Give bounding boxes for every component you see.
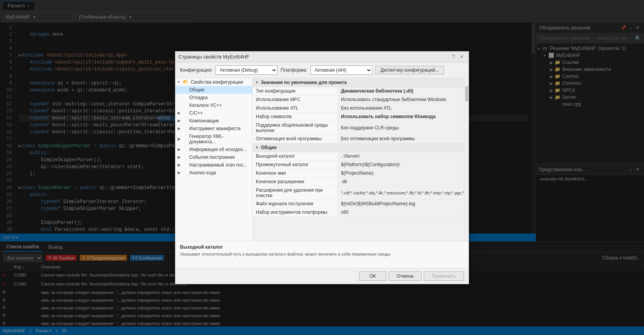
modal-config-toolbar: Конфигурация: Активная (Debug) Платформа… <box>175 62 469 78</box>
props-row-outdir: Выходной каталог ..\Server\ <box>253 152 464 161</box>
modal-scrollbar-thumb[interactable] <box>465 86 468 101</box>
props-section-defaults: ▾ Значения по умолчанию для проекта <box>253 78 464 87</box>
props-val: *.cdf;*.cache;*.obj;*.ilk;*.resources;*.… <box>338 186 464 199</box>
props-row-build-log: Файл журнала построения $(IntDir)$(MSBui… <box>253 200 464 208</box>
tree-arrow: ▶ <box>178 119 182 123</box>
modal-tree-build-events[interactable]: ▶ События построения <box>175 153 252 161</box>
props-val: v80 <box>338 208 464 216</box>
props-key: Оптимизация всей программы <box>253 135 338 143</box>
modal-tree-debug[interactable]: ▶ Отладка <box>175 94 252 101</box>
props-key: Конечное имя <box>253 169 338 177</box>
props-val: Использовать набор символов Юникода <box>338 113 464 121</box>
modal-tree-source-info[interactable]: ▶ Информация об исходно... <box>175 146 252 153</box>
modal-footer: ОК Отмена Применить <box>175 268 469 284</box>
desc-text: Указывает относительный путь к выходному… <box>180 251 464 257</box>
props-section-general: ▾ Общие <box>253 143 464 152</box>
props-val: .dll <box>338 178 464 186</box>
tree-arrow: ▶ <box>178 126 182 131</box>
props-key: Использование MFC <box>253 96 338 104</box>
ide-container: Parser.h × MyExt64HF ▾ (Глобальная облас… <box>0 0 644 335</box>
tree-arrow: ▶ <box>178 163 182 167</box>
modal-dialog: Страницы свойств MyExt64HF ? × Конфигура… <box>175 51 469 284</box>
props-val: Без поддержки CLR-среды <box>338 121 464 134</box>
tree-arrow: ▶ <box>178 155 182 159</box>
modal-tree-label: Каталоги VC++ <box>189 103 222 108</box>
modal-title: Страницы свойств MyExt64HF <box>178 54 452 60</box>
section-title: Значения по умолчанию для проекта <box>261 80 347 85</box>
props-row-platform-toolset: Набор инструментов платформы v80 <box>253 208 464 217</box>
modal-tree-custom-step[interactable]: ▶ Настраиваемый этап пос... <box>175 161 252 169</box>
tree-arrow: ▶ <box>178 111 182 115</box>
props-key: Файл журнала построения <box>253 200 338 208</box>
props-row-config-type: Тип конфигурации Динамическая библиотека… <box>253 87 464 96</box>
modal-tree-vc-dirs[interactable]: ▶ Каталоги VC++ <box>175 101 252 109</box>
section-expand-icon[interactable]: ▾ <box>256 145 258 149</box>
props-val: ..\Server\ <box>338 152 464 160</box>
tree-expand-icon: ▾ <box>178 80 182 84</box>
props-key: Использование ATL <box>253 104 338 112</box>
props-row-charset: Набор символов Использовать набор символ… <box>253 113 464 121</box>
props-val: $(IntDir)$(MSBuildProjectName).log <box>338 200 464 208</box>
props-row-target-ext: Конечное расширение .dll <box>253 178 464 186</box>
modal-tree-label: Анализ кода <box>189 170 216 175</box>
props-val: Без использования ATL <box>338 104 464 112</box>
props-row-intdir: Промежуточный каталог $(Platform)\$(Conf… <box>253 161 464 169</box>
folder-open-icon: 📂 <box>183 79 189 84</box>
props-key: Расширения для удаления при очистке <box>253 186 338 199</box>
props-val: Без оптимизации всей программы <box>338 135 464 143</box>
platform-label: Платформа: <box>281 67 307 73</box>
modal-tree-label: Общие <box>189 87 204 93</box>
modal-tree-label: Компоновщик <box>189 118 219 124</box>
tree-arrow: ▶ <box>178 170 182 175</box>
modal-tree-label: Отладка <box>189 95 207 100</box>
modal-props-panel: ▾ Значения по умолчанию для проекта Тип … <box>253 78 464 241</box>
props-row-mfc: Использование MFC Использовать стандартн… <box>253 96 464 104</box>
modal-tree-xml-gen[interactable]: ▶ Генератор XML-документа... <box>175 132 252 146</box>
section-expand-icon[interactable]: ▾ <box>256 80 258 84</box>
tree-arrow: ▶ <box>178 137 182 141</box>
modal-tree-label: Генератор XML-документа... <box>189 134 250 144</box>
props-row-target-name: Конечное имя $(ProjectName) <box>253 169 464 178</box>
config-label: Конфигурация: <box>180 67 212 73</box>
props-key: Тип конфигурации <box>253 87 338 95</box>
modal-help-icon[interactable]: ? <box>452 54 455 59</box>
modal-close-button[interactable]: × <box>458 53 466 60</box>
props-key: Конечное расширение <box>253 178 338 186</box>
dispatcher-button[interactable]: Диспетчер конфигураций... <box>375 66 444 74</box>
modal-overlay: Страницы свойств MyExt64HF ? × Конфигура… <box>0 0 644 335</box>
modal-tree-label: События построения <box>189 155 235 160</box>
modal-tree-label: Настраиваемый этап пос... <box>189 162 247 168</box>
modal-tree-analysis[interactable]: ▶ Анализ кода <box>175 169 252 177</box>
props-row-atl: Использование ATL Без использования ATL <box>253 104 464 113</box>
props-val: Динамическая библиотека (.dll) <box>338 87 464 95</box>
modal-tree-config-props[interactable]: ▾ 📂 Свойства конфигурации <box>175 78 252 86</box>
modal-scrollbar[interactable] <box>464 78 469 241</box>
props-val: $(Platform)\$(Configuration)\ <box>338 161 464 169</box>
apply-button[interactable]: Применить <box>424 271 464 281</box>
tree-arrow: ▶ <box>178 147 182 151</box>
ok-button[interactable]: ОК <box>359 271 386 281</box>
props-row-clr: Поддержка общеязыковой среды выполне Без… <box>253 121 464 135</box>
modal-tree-cpp[interactable]: ▶ C/C++ <box>175 109 252 117</box>
props-row-optimization: Оптимизация всей программы Без оптимизац… <box>253 135 464 143</box>
modal-tree-label: Информация об исходно... <box>189 147 247 152</box>
modal-tree-manifest[interactable]: ▶ Инструмент манифеста <box>175 125 252 132</box>
modal-tree-label: Инструмент манифеста <box>189 126 240 131</box>
props-row-clean-ext: Расширения для удаления при очистке *.cd… <box>253 186 464 200</box>
modal-tree-linker[interactable]: ▶ Компоновщик <box>175 117 252 125</box>
props-key: Промежуточный каталог <box>253 161 338 169</box>
modal-description: Выходной каталог Указывает относительный… <box>175 241 469 268</box>
props-key: Набор инструментов платформы <box>253 208 338 216</box>
cancel-button[interactable]: Отмена <box>389 271 421 281</box>
config-select[interactable]: Активная (Debug) <box>216 65 277 75</box>
props-val: $(ProjectName) <box>338 169 464 177</box>
modal-body: ▾ 📂 Свойства конфигурации ▶ Общие ▶ Отла… <box>175 78 469 241</box>
props-key: Поддержка общеязыковой среды выполне <box>253 121 338 134</box>
modal-tree-general[interactable]: ▶ Общие <box>175 86 252 94</box>
props-key: Набор символов <box>253 113 338 121</box>
platform-select[interactable]: Активная (x64) <box>310 65 372 75</box>
props-val: Использовать стандартные библиотеки Wind… <box>338 96 464 104</box>
section-title: Общие <box>261 145 277 150</box>
modal-tree-label: Свойства конфигурации <box>191 79 243 85</box>
modal-titlebar: Страницы свойств MyExt64HF ? × <box>175 52 469 62</box>
